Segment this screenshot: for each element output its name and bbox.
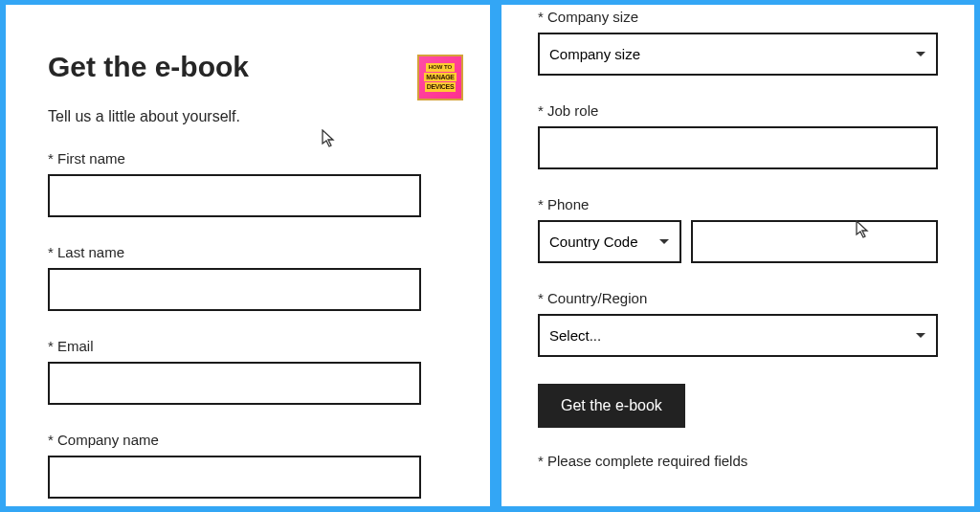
last-name-group: * Last name [48, 244, 448, 311]
company-size-label: * Company size [538, 9, 938, 25]
country-code-select[interactable]: Country Code [538, 220, 681, 263]
first-name-input[interactable] [48, 174, 421, 217]
phone-label: * Phone [538, 196, 938, 212]
job-role-group: * Job role [538, 102, 938, 169]
phone-number-input[interactable] [691, 220, 938, 263]
left-form-panel: HOW TO MANAGE DEVICES Get the e-book Tel… [6, 5, 490, 506]
right-form-panel: * Company size Company size * Job role *… [501, 5, 974, 506]
phone-group: * Phone Country Code [538, 196, 938, 263]
ebook-thumbnail-badge: HOW TO MANAGE DEVICES [417, 55, 463, 100]
mouse-cursor-icon [322, 129, 339, 150]
country-region-group: * Country/Region Select... [538, 290, 938, 357]
page-title: Get the e-book [48, 51, 448, 83]
badge-text-line2: MANAGE [424, 73, 456, 82]
first-name-label: * First name [48, 150, 448, 167]
page-subtitle: Tell us a little about yourself. [48, 108, 448, 125]
phone-row: Country Code [538, 220, 938, 263]
last-name-label: * Last name [48, 244, 448, 260]
job-role-label: * Job role [538, 102, 938, 119]
company-name-group: * Company name [48, 432, 448, 499]
first-name-group: * First name [48, 150, 448, 217]
email-group: * Email [48, 338, 448, 405]
company-size-select[interactable]: Company size [538, 33, 938, 76]
last-name-input[interactable] [48, 268, 421, 311]
country-region-select[interactable]: Select... [538, 314, 938, 357]
submit-button[interactable]: Get the e-book [538, 384, 685, 428]
job-role-input[interactable] [538, 126, 938, 169]
badge-text-line3: DEVICES [425, 82, 457, 92]
company-size-group: * Company size Company size [538, 9, 938, 76]
country-region-label: * Country/Region [538, 290, 938, 306]
company-name-label: * Company name [48, 432, 448, 448]
email-input[interactable] [48, 362, 421, 405]
required-fields-footnote: * Please complete required fields [538, 453, 938, 469]
badge-text-line1: HOW TO [426, 63, 456, 72]
email-label: * Email [48, 338, 448, 354]
company-name-input[interactable] [48, 456, 421, 499]
